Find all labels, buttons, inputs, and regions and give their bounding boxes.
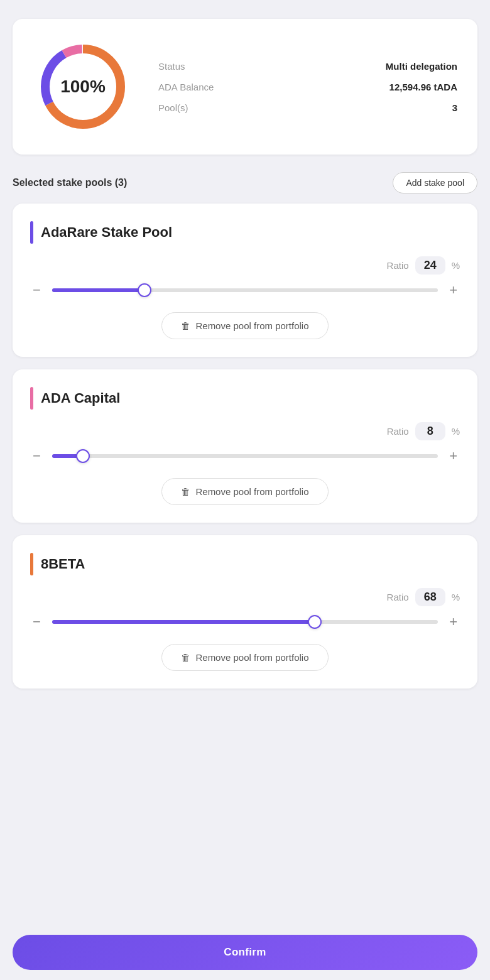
ratio-row-adarare: Ratio 24 % — [30, 256, 460, 275]
pool-name-adarare: AdaRare Stake Pool — [41, 224, 172, 241]
pools-label: Pool(s) — [158, 102, 188, 113]
ratio-label-adacapital: Ratio — [387, 426, 409, 437]
remove-pool-button-8beta[interactable]: 🗑 Remove pool from portfolio — [161, 644, 328, 671]
slider-increase-8beta[interactable]: + — [447, 615, 460, 629]
slider-track-adacapital[interactable] — [52, 454, 438, 458]
ratio-value-8beta: 68 — [415, 588, 445, 606]
remove-label-adacapital: Remove pool from portfolio — [195, 486, 308, 497]
ada-balance-row: ADA Balance 12,594.96 tADA — [158, 82, 457, 92]
ratio-row-8beta: Ratio 68 % — [30, 588, 460, 606]
slider-track-fill-8beta — [52, 620, 315, 624]
summary-card: 100% Status Multi delegation ADA Balance… — [13, 19, 477, 155]
slider-row-8beta: − + — [30, 615, 460, 629]
pool-name-adacapital: ADA Capital — [41, 390, 120, 406]
slider-decrease-adacapital[interactable]: − — [30, 449, 43, 463]
slider-thumb-adacapital[interactable] — [76, 449, 90, 463]
slider-increase-adarare[interactable]: + — [447, 283, 460, 297]
status-row: Status Multi delegation — [158, 61, 457, 72]
pool-accent-adacapital — [30, 387, 33, 410]
slider-thumb-8beta[interactable] — [308, 615, 322, 629]
slider-track-fill-adarare — [52, 288, 144, 292]
pool-card-8beta: 8BETA Ratio 68 % − + 🗑 Remove pool from … — [13, 535, 477, 689]
slider-track-8beta[interactable] — [52, 620, 438, 624]
slider-track-bg-adacapital — [52, 454, 438, 458]
slider-increase-adacapital[interactable]: + — [447, 449, 460, 463]
pool-accent-8beta — [30, 553, 33, 575]
remove-label-adarare: Remove pool from portfolio — [195, 320, 308, 331]
confirm-bar: Confirm — [0, 925, 490, 980]
slider-row-adarare: − + — [30, 283, 460, 297]
status-label: Status — [158, 61, 185, 72]
ratio-value-adarare: 24 — [415, 256, 445, 275]
status-value: Multi delegation — [386, 61, 457, 72]
pool-card-adarare: AdaRare Stake Pool Ratio 24 % − + 🗑 Remo… — [13, 204, 477, 357]
trash-icon-adarare: 🗑 — [181, 320, 190, 331]
donut-percentage: 100% — [60, 77, 106, 97]
confirm-button[interactable]: Confirm — [13, 935, 477, 970]
trash-icon-8beta: 🗑 — [181, 652, 190, 663]
trash-icon-adacapital: 🗑 — [181, 486, 190, 497]
pool-card-adacapital: ADA Capital Ratio 8 % − + 🗑 Remove pool … — [13, 369, 477, 523]
slider-decrease-adarare[interactable]: − — [30, 283, 43, 297]
slider-row-adacapital: − + — [30, 449, 460, 463]
pool-header-adarare: AdaRare Stake Pool — [30, 221, 460, 244]
slider-decrease-8beta[interactable]: − — [30, 615, 43, 629]
section-title: Selected stake pools (3) — [13, 177, 127, 188]
ada-balance-value: 12,594.96 tADA — [389, 82, 457, 92]
ratio-percent-8beta: % — [452, 592, 460, 602]
summary-stats: Status Multi delegation ADA Balance 12,5… — [158, 61, 457, 113]
pool-header-adacapital: ADA Capital — [30, 387, 460, 410]
ratio-label-adarare: Ratio — [387, 260, 409, 271]
ratio-label-8beta: Ratio — [387, 592, 409, 602]
remove-label-8beta: Remove pool from portfolio — [195, 652, 308, 663]
slider-track-adarare[interactable] — [52, 288, 438, 292]
pool-accent-adarare — [30, 221, 33, 244]
add-stake-pool-button[interactable]: Add stake pool — [393, 172, 477, 193]
pools-container: AdaRare Stake Pool Ratio 24 % − + 🗑 Remo… — [13, 204, 477, 701]
remove-pool-button-adacapital[interactable]: 🗑 Remove pool from portfolio — [161, 478, 328, 505]
pool-header-8beta: 8BETA — [30, 553, 460, 575]
ratio-value-adacapital: 8 — [415, 422, 445, 440]
section-header: Selected stake pools (3) Add stake pool — [13, 172, 477, 193]
pool-name-8beta: 8BETA — [41, 556, 85, 572]
ratio-percent-adarare: % — [452, 260, 460, 271]
ratio-row-adacapital: Ratio 8 % — [30, 422, 460, 440]
slider-thumb-adarare[interactable] — [138, 283, 151, 297]
pools-row: Pool(s) 3 — [158, 102, 457, 113]
ada-balance-label: ADA Balance — [158, 82, 214, 92]
donut-chart: 100% — [33, 36, 133, 137]
pools-value: 3 — [452, 102, 457, 113]
ratio-percent-adacapital: % — [452, 426, 460, 437]
remove-pool-button-adarare[interactable]: 🗑 Remove pool from portfolio — [161, 312, 328, 339]
